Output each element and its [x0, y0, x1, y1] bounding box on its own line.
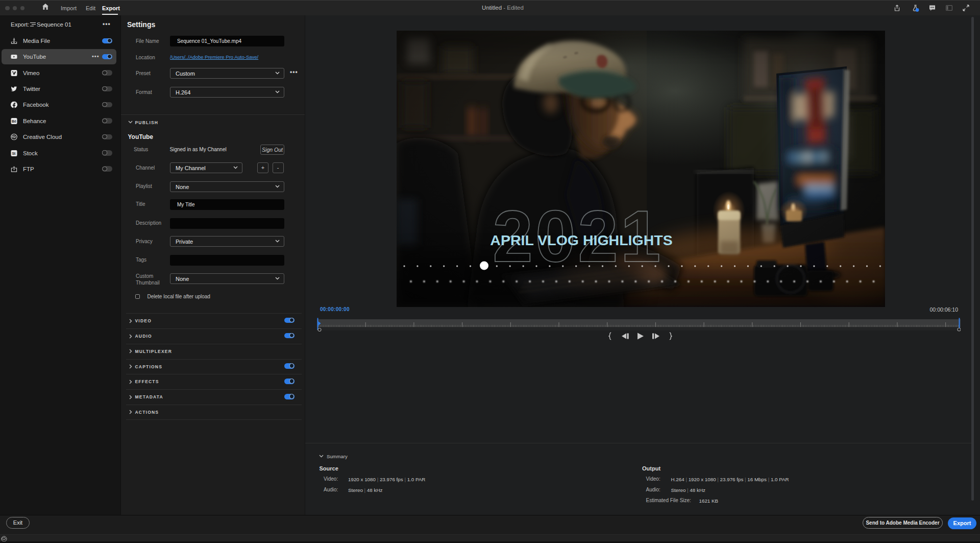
svg-text:St: St — [12, 151, 16, 155]
svg-text:APRIL VLOG HIGHLIGHTS: APRIL VLOG HIGHLIGHTS — [490, 232, 672, 248]
svg-text:Bē: Bē — [12, 119, 16, 123]
